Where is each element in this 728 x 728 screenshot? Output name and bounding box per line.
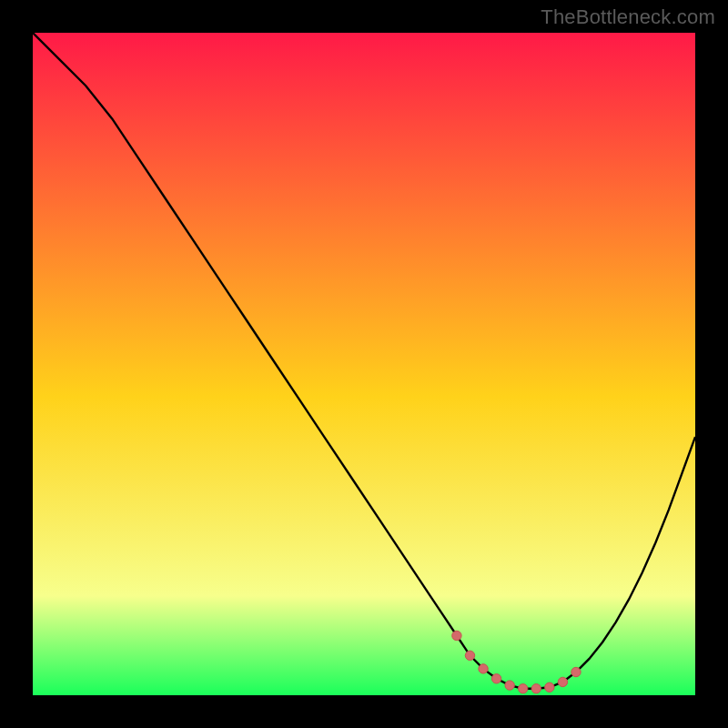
marker-dot <box>479 664 488 673</box>
plot-svg <box>33 33 695 695</box>
marker-dot <box>465 651 474 660</box>
chart-stage: TheBottleneck.com <box>0 0 728 728</box>
marker-dot <box>545 682 554 692</box>
marker-dot <box>558 677 567 686</box>
marker-dot <box>531 684 541 693</box>
marker-dot <box>505 681 514 690</box>
gradient-background <box>33 33 695 695</box>
watermark-label: TheBottleneck.com <box>541 5 715 29</box>
marker-dot <box>452 631 461 640</box>
marker-dot <box>571 667 581 676</box>
plot-area <box>33 33 695 695</box>
marker-dot <box>491 674 500 683</box>
marker-dot <box>519 684 528 693</box>
